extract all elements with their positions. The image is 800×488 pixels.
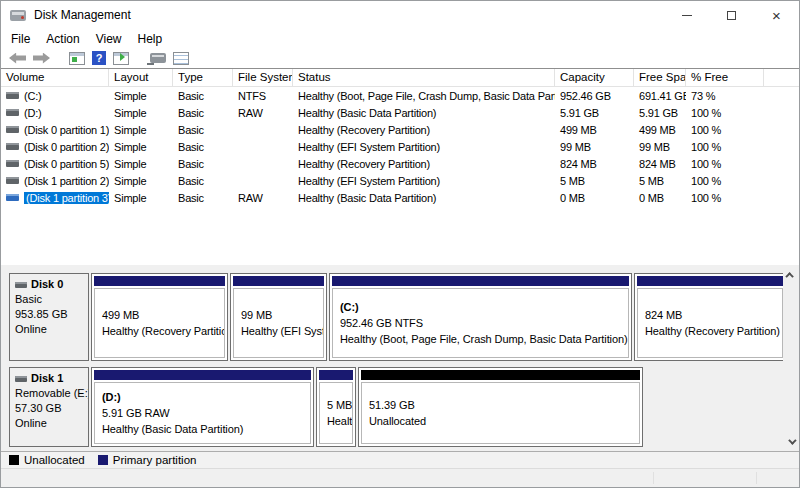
partition-details: (C:)952.46 GB NTFSHealthy (Boot, Page Fi… [332, 288, 629, 358]
help-button[interactable]: ? [92, 49, 106, 67]
properties-button[interactable] [173, 49, 189, 67]
volume-name-cell: (Disk 1 partition 2) [1, 172, 109, 189]
partition-detail-line: 51.39 GB [369, 397, 632, 413]
arrow-right-icon [33, 53, 50, 64]
legend-label: Unallocated [24, 454, 85, 466]
volume-icon [6, 194, 19, 201]
show-console-tree-button[interactable] [69, 49, 85, 67]
partition-name: (D:) [102, 389, 303, 405]
back-button[interactable] [9, 49, 26, 67]
show-action-pane-button[interactable] [113, 49, 129, 67]
disk-info-box[interactable]: Disk 1Removable (E:)57.30 GBOnline [9, 367, 89, 447]
unallocated-region[interactable]: 51.39 GBUnallocated [358, 367, 643, 447]
partition-box[interactable]: (D:)5.91 GB RAWHealthy (Basic Data Parti… [91, 367, 314, 447]
close-icon: × [772, 8, 781, 23]
column-header[interactable]: Free Spa... [634, 69, 686, 86]
partition-color-band [94, 370, 311, 380]
column-header[interactable]: Volume [1, 69, 109, 86]
status-bar-divider [756, 472, 757, 484]
volume-icon [6, 143, 19, 150]
partition-detail-line: 499 MB [102, 307, 217, 323]
volume-cell: 100 % [686, 155, 764, 172]
volume-icon [6, 177, 19, 184]
partition-detail-line: Healthy (EFI System Partition) [241, 323, 316, 339]
rescan-disks-button[interactable] [150, 49, 166, 67]
properties-icon [173, 52, 189, 65]
partition-box[interactable]: 99 MBHealthy (EFI System Partition) [230, 273, 327, 361]
status-bar-divider [653, 472, 654, 484]
partition-color-band [319, 370, 353, 380]
partition-detail-line: 99 MB [241, 307, 316, 323]
legend-swatch [98, 455, 108, 465]
window-title: Disk Management [34, 8, 131, 22]
partition-box[interactable]: 824 MBHealthy (Recovery Partition) [634, 273, 786, 361]
volume-label: (C:) [24, 90, 42, 102]
volume-cell [233, 138, 293, 155]
column-header[interactable]: Status [293, 69, 555, 86]
column-header[interactable]: Layout [109, 69, 173, 86]
volume-name-cell: (Disk 0 partition 1) [1, 121, 109, 138]
disk-management-app-icon [10, 10, 26, 21]
menu-item-action[interactable]: Action [38, 31, 87, 47]
column-header[interactable]: Capacity [555, 69, 634, 86]
partition-box[interactable]: 5 MBHealthy (EFI System Partition) [316, 367, 356, 447]
volume-row[interactable]: (Disk 1 partition 3)SimpleBasicRAWHealth… [1, 189, 799, 206]
volume-row[interactable]: (D:)SimpleBasicRAWHealthy (Basic Data Pa… [1, 104, 799, 121]
volume-name-cell: (Disk 0 partition 2) [1, 138, 109, 155]
disk-row: Disk 0Basic953.85 GBOnline499 MBHealthy … [9, 273, 786, 361]
volume-cell: Simple [109, 189, 173, 206]
partition-box[interactable]: 499 MBHealthy (Recovery Partition) [91, 273, 228, 361]
minimize-button[interactable] [664, 1, 709, 29]
volume-label: (Disk 0 partition 2) [24, 141, 109, 153]
volume-cell: 5 MB [634, 172, 686, 189]
volume-cell: Healthy (Recovery Partition) [293, 121, 555, 138]
disk-name: Disk 1 [31, 371, 63, 386]
disk-title: Disk 0 [15, 277, 83, 292]
volume-label: (Disk 0 partition 1) [24, 124, 109, 136]
volume-cell: Basic [173, 87, 233, 104]
volume-cell: 824 MB [634, 155, 686, 172]
column-header[interactable]: File System [233, 69, 293, 86]
column-header[interactable]: Type [173, 69, 233, 86]
partition-details: 824 MBHealthy (Recovery Partition) [637, 288, 783, 358]
menu-item-view[interactable]: View [88, 31, 130, 47]
volume-cell: 952.46 GB [555, 87, 634, 104]
volume-cell: Healthy (Boot, Page File, Crash Dump, Ba… [293, 87, 555, 104]
partition-area: (D:)5.91 GB RAWHealthy (Basic Data Parti… [91, 367, 643, 447]
maximize-button[interactable] [709, 1, 754, 29]
scroll-down-button[interactable] [783, 434, 798, 449]
volume-cell: 99 MB [634, 138, 686, 155]
graphical-view: Disk 0Basic953.85 GBOnline499 MBHealthy … [1, 265, 799, 451]
forward-button[interactable] [33, 49, 50, 67]
partition-color-band [637, 276, 783, 286]
volume-row[interactable]: (Disk 0 partition 5)SimpleBasicHealthy (… [1, 155, 799, 172]
volume-cell [233, 121, 293, 138]
volume-icon [6, 126, 19, 133]
rescan-disks-icon [150, 53, 166, 63]
volume-list: VolumeLayoutTypeFile SystemStatusCapacit… [1, 68, 799, 265]
volume-row[interactable]: (C:)SimpleBasicNTFSHealthy (Boot, Page F… [1, 87, 799, 104]
volume-cell: 824 MB [555, 155, 634, 172]
volume-row[interactable]: (Disk 1 partition 2)SimpleBasicHealthy (… [1, 172, 799, 189]
volume-cell: Healthy (Basic Data Partition) [293, 189, 555, 206]
close-button[interactable]: × [754, 1, 799, 29]
volume-row[interactable]: (Disk 0 partition 2)SimpleBasicHealthy (… [1, 138, 799, 155]
disk-info-box[interactable]: Disk 0Basic953.85 GBOnline [9, 273, 89, 361]
volume-cell: Healthy (EFI System Partition) [293, 138, 555, 155]
column-header[interactable]: % Free [686, 69, 764, 86]
scroll-up-button[interactable] [783, 267, 798, 282]
menu-item-help[interactable]: Help [130, 31, 171, 47]
volume-cell: 499 MB [634, 121, 686, 138]
disk-detail-line: Basic [15, 292, 83, 307]
volume-icon [6, 160, 19, 167]
help-icon: ? [92, 51, 106, 65]
volume-cell: RAW [233, 104, 293, 121]
volume-cell: Healthy (EFI System Partition) [293, 172, 555, 189]
volume-cell: Simple [109, 87, 173, 104]
volume-cell: 691.41 GB [634, 87, 686, 104]
graphical-view-scrollbar[interactable] [783, 265, 798, 451]
partition-box[interactable]: (C:)952.46 GB NTFSHealthy (Boot, Page Fi… [329, 273, 632, 361]
partition-details: 499 MBHealthy (Recovery Partition) [94, 288, 225, 358]
menu-item-file[interactable]: File [3, 31, 38, 47]
volume-row[interactable]: (Disk 0 partition 1)SimpleBasicHealthy (… [1, 121, 799, 138]
